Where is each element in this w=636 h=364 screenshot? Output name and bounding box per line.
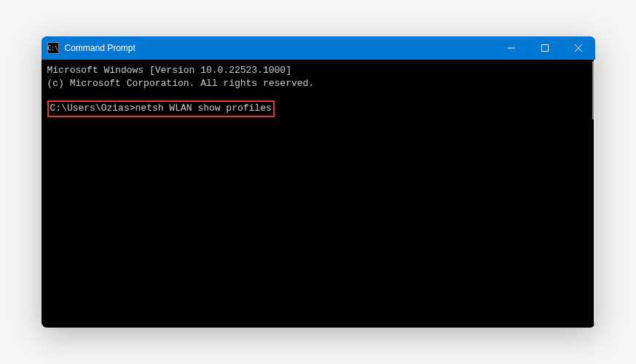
maximize-button[interactable] (528, 36, 562, 60)
cmd-icon-text: C:\ (47, 45, 58, 52)
close-button[interactable] (562, 36, 595, 60)
titlebar[interactable]: C:\ Command Prompt (42, 36, 595, 60)
cmd-icon: C:\ (47, 42, 59, 54)
window-title: Command Prompt (65, 43, 495, 53)
prompt-line: C:\Users\Ozias>netsh WLAN show profiles (47, 100, 588, 116)
close-icon (575, 44, 582, 52)
minimize-icon (508, 44, 515, 52)
command-prompt-window: C:\ Command Prompt Microsoft Wi (42, 36, 595, 328)
prompt-text: C:\Users\Ozias> (50, 103, 136, 114)
terminal-output[interactable]: Microsoft Windows [Version 10.0.22523.10… (42, 60, 595, 328)
window-controls (495, 36, 595, 60)
svg-rect-1 (541, 45, 548, 52)
command-highlight: C:\Users\Ozias>netsh WLAN show profiles (47, 100, 275, 116)
minimize-button[interactable] (495, 36, 528, 60)
command-text: netsh WLAN show profiles (136, 103, 272, 114)
terminal-line: Microsoft Windows [Version 10.0.22523.10… (47, 64, 588, 77)
scrollbar-thumb[interactable] (592, 61, 594, 119)
terminal-line: (c) Microsoft Corporation. All rights re… (47, 77, 588, 90)
maximize-icon (541, 44, 549, 52)
